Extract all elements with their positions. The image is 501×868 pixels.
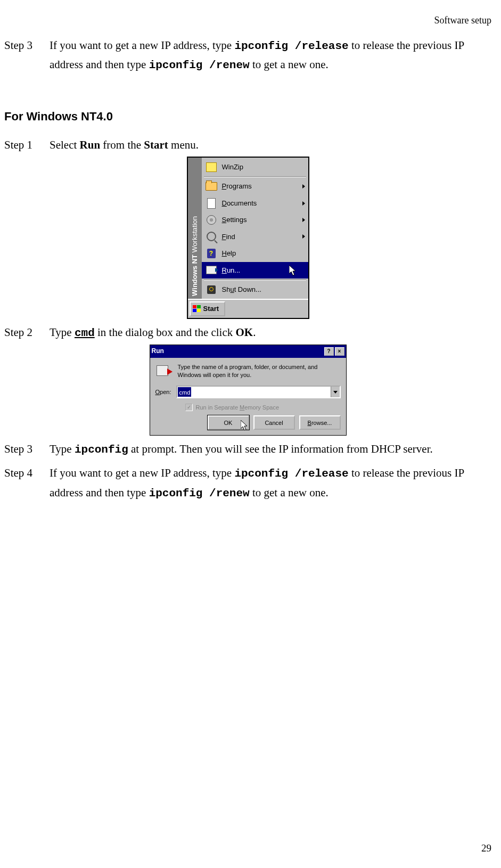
menu-item-documents[interactable]: Documents [202, 195, 308, 211]
programs-icon [205, 181, 218, 192]
text: Select [50, 138, 80, 151]
menu-label: Shut Down... [222, 284, 305, 295]
taskbar: Start [188, 299, 308, 317]
step-label: Step 3 [4, 440, 50, 458]
text: menu. [168, 138, 199, 151]
menu-separator [204, 280, 306, 280]
text: t Down... [234, 285, 261, 293]
text: in the dialog box and the click [95, 326, 236, 339]
start-label: Start [203, 303, 219, 314]
step-3-top: Step 3 If you want to get a new IP addre… [4, 36, 491, 75]
text: Type [50, 326, 75, 339]
text: at prompt. Then you will see the IP info… [128, 443, 433, 455]
menu-item-run[interactable]: Run... [202, 262, 308, 279]
sidebar-text: Windows NT Workstation [189, 216, 200, 296]
run-dialog-icon [155, 363, 173, 380]
open-label: Open: [155, 387, 171, 397]
text: un... [227, 266, 240, 274]
cursor-icon [289, 265, 299, 277]
step-2: Step 2 Type cmd in the dialog box and th… [4, 323, 491, 343]
text: pen: [160, 389, 171, 395]
accel: M [240, 404, 244, 411]
step-label: Step 1 [4, 136, 50, 154]
text: . [253, 326, 256, 339]
menu-label: Find [222, 231, 298, 242]
open-input-value[interactable]: cmd [178, 387, 191, 397]
accel: R [222, 266, 227, 274]
help-icon: ? [205, 248, 218, 259]
accel: H [222, 249, 227, 257]
menu-item-help[interactable]: ? Help [202, 245, 308, 261]
start-menu-sidebar: Windows NT Workstation [188, 158, 202, 299]
text: Run in Separate [196, 404, 240, 411]
dialog-description: Type the name of a program, folder, or d… [178, 363, 341, 380]
close-button[interactable]: × [335, 347, 344, 356]
menu-label: Help [222, 248, 305, 259]
text: ocuments [227, 199, 257, 207]
shutdown-icon [205, 284, 218, 295]
step-body: Type cmd in the dialog box and the click… [50, 323, 491, 343]
accel: S [222, 216, 227, 224]
running-header: Software setup [4, 13, 491, 29]
menu-item-programs[interactable]: Programs [202, 178, 308, 194]
settings-icon [205, 215, 218, 225]
accel: B [308, 420, 311, 426]
text: to get a new one. [250, 486, 328, 499]
submenu-arrow-icon [302, 184, 305, 189]
browse-button[interactable]: Browse... [299, 415, 341, 430]
code-ipconfig-release: ipconfig /release [234, 40, 348, 52]
step-4: Step 4 If you want to get a new IP addre… [4, 464, 491, 503]
text: Type [50, 443, 75, 455]
ok-button[interactable]: OK [208, 415, 249, 430]
text: Sh [222, 285, 231, 293]
winzip-icon [205, 162, 218, 173]
step-body: If you want to get a new IP address, typ… [50, 36, 491, 75]
accel: u [230, 285, 234, 293]
menu-item-find[interactable]: Find [202, 228, 308, 245]
menu-item-shutdown[interactable]: Shut Down... [202, 281, 308, 298]
dropdown-arrow-icon[interactable] [331, 387, 340, 397]
separate-memory-checkbox-row: ✓ Run in Separate Memory Space [185, 403, 341, 412]
accel: O [155, 389, 160, 395]
brand: Windows NT [191, 255, 199, 296]
menu-label: Settings [222, 214, 298, 225]
cancel-button[interactable]: Cancel [253, 415, 295, 430]
step-body: Select Run from the Start menu. [50, 136, 491, 154]
submenu-arrow-icon [302, 201, 305, 206]
checkbox[interactable]: ✓ [185, 404, 193, 411]
button-label: Cancel [265, 418, 283, 428]
step-1: Step 1 Select Run from the Start menu. [4, 136, 491, 154]
menu-item-settings[interactable]: Settings [202, 211, 308, 228]
text: to get a new one. [250, 58, 328, 71]
section-title-nt4: For Windows NT4.0 [4, 107, 491, 126]
start-button[interactable]: Start [190, 301, 226, 316]
figure-start-menu: Windows NT Workstation WinZip Programs [4, 157, 491, 319]
step-label: Step 2 [4, 323, 50, 342]
titlebar: Run ? × [150, 345, 346, 358]
step-label: Step 4 [4, 464, 50, 482]
step-label: Step 3 [4, 36, 50, 55]
text: ind [226, 233, 235, 241]
submenu-arrow-icon [302, 234, 305, 239]
code-ipconfig-release: ipconfig /release [234, 468, 348, 480]
text: rowse... [311, 420, 332, 426]
accel: P [222, 182, 227, 190]
open-combobox[interactable]: cmd [176, 386, 340, 398]
page-number: 29 [481, 840, 491, 856]
button-label: OK [224, 418, 233, 428]
menu-separator [204, 176, 306, 177]
text: Workstation [191, 216, 199, 255]
submenu-arrow-icon [302, 218, 305, 222]
menu-item-winzip[interactable]: WinZip [202, 159, 308, 175]
menu-label: Documents [222, 198, 298, 209]
step-3-bottom: Step 3 Type ipconfig at prompt. Then you… [4, 440, 491, 460]
code-ipconfig-renew: ipconfig /renew [149, 59, 250, 71]
step-body: If you want to get a new IP address, typ… [50, 464, 491, 503]
checkbox-label: Run in Separate Memory Space [196, 403, 280, 412]
help-button[interactable]: ? [324, 347, 334, 356]
text: If you want to get a new IP address, typ… [50, 39, 234, 52]
page: Software setup Step 3 If you want to get… [0, 0, 501, 868]
text: emory Space [244, 404, 279, 411]
find-icon [205, 231, 218, 242]
code-ipconfig-renew: ipconfig /renew [149, 487, 250, 499]
